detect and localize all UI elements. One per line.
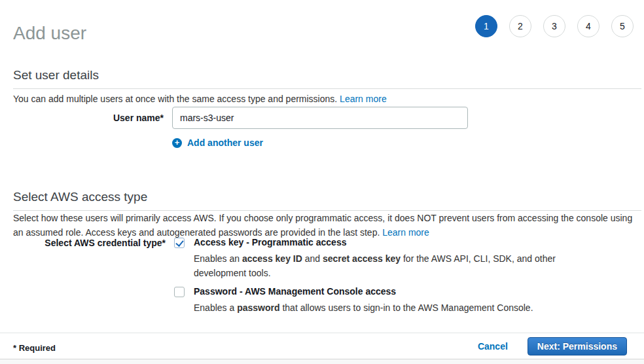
wizard-footer: * Required Cancel Next: Permissions bbox=[0, 333, 644, 359]
page-bottom-strip bbox=[0, 359, 644, 364]
set-user-details-heading: Set user details bbox=[13, 68, 641, 89]
required-note: * Required bbox=[13, 343, 56, 353]
select-access-type-heading: Select AWS access type bbox=[13, 190, 641, 211]
add-another-user-button[interactable]: + Add another user bbox=[172, 137, 263, 148]
password-checkbox[interactable] bbox=[174, 287, 185, 297]
desc-text: Enables an bbox=[194, 253, 242, 264]
desc-bold: access key ID bbox=[242, 253, 302, 264]
credential-type-label: Select AWS credential type* bbox=[0, 238, 166, 248]
step-3-indicator: 3 bbox=[543, 15, 565, 37]
desc-text: Enables a bbox=[194, 302, 237, 313]
footer-actions: Cancel Next: Permissions bbox=[478, 333, 627, 359]
cancel-button[interactable]: Cancel bbox=[478, 341, 508, 352]
password-option-description: Enables a password that allows users to … bbox=[194, 300, 619, 315]
next-permissions-button[interactable]: Next: Permissions bbox=[528, 337, 627, 355]
add-another-user-label: Add another user bbox=[187, 137, 263, 148]
wizard-step-indicator: 1 2 3 4 5 bbox=[475, 15, 634, 37]
desc-text: that allows users to sign-in to the AWS … bbox=[280, 302, 533, 313]
desc-bold: secret access key bbox=[323, 253, 401, 264]
access-type-description-text: Select how these users will primarily ac… bbox=[13, 213, 632, 238]
password-option-title: Password - AWS Management Console access bbox=[194, 286, 396, 297]
access-key-checkbox[interactable] bbox=[174, 238, 185, 248]
access-key-option-description: Enables an access key ID and secret acce… bbox=[194, 251, 564, 280]
step-4-indicator: 4 bbox=[577, 15, 599, 37]
user-details-description: You can add multiple users at once with … bbox=[13, 92, 628, 106]
step-1-indicator: 1 bbox=[475, 15, 497, 37]
user-details-description-text: You can add multiple users at once with … bbox=[13, 94, 340, 104]
access-type-description: Select how these users will primarily ac… bbox=[13, 211, 639, 240]
learn-more-link-user-details[interactable]: Learn more bbox=[340, 94, 387, 104]
desc-bold: password bbox=[237, 302, 279, 313]
learn-more-link-access-type[interactable]: Learn more bbox=[382, 227, 429, 238]
add-plus-icon: + bbox=[172, 138, 182, 148]
page-title: Add user bbox=[13, 23, 86, 44]
user-name-input[interactable] bbox=[172, 107, 468, 129]
access-key-option-title: Access key - Programmatic access bbox=[194, 237, 346, 247]
step-5-indicator: 5 bbox=[611, 15, 634, 37]
user-name-label: User name* bbox=[0, 113, 164, 123]
add-user-page: Add user 1 2 3 4 5 Set user details You … bbox=[0, 0, 644, 364]
desc-text: and bbox=[302, 253, 323, 264]
step-2-indicator: 2 bbox=[509, 15, 531, 37]
